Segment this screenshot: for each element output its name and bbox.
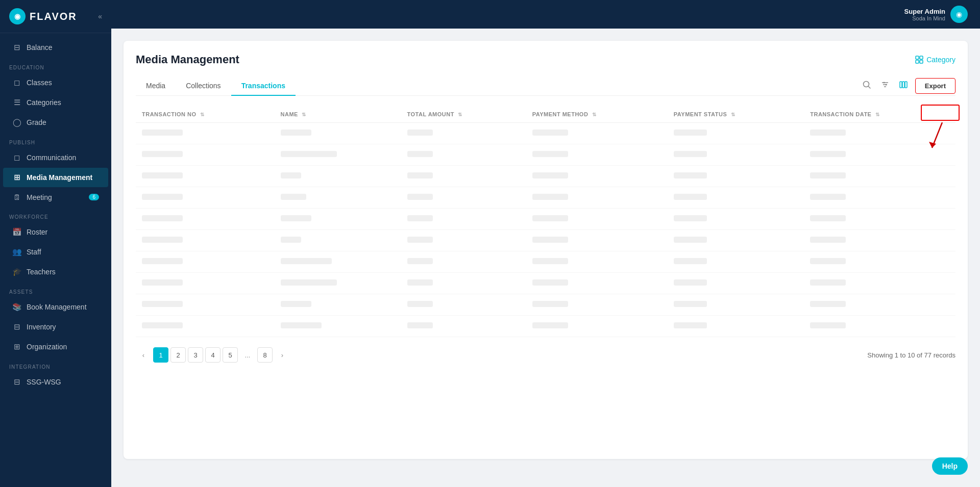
pagination: ‹ 1 2 3 4 5 ... 8 › [136,347,290,363]
sidebar-item-categories[interactable]: ☰ Categories [3,93,108,112]
sidebar-item-media-management[interactable]: ⊞ Media Management [3,168,108,187]
pagination-row: ‹ 1 2 3 4 5 ... 8 › Showing 1 to 10 of 7… [136,347,955,363]
teachers-icon: 🎓 [12,267,21,276]
sidebar-item-label: Teachers [27,268,56,276]
col-transaction-no[interactable]: TRANSACTION NO ⇅ [136,106,275,123]
sidebar-item-label: Book Management [27,303,87,311]
svg-rect-3 [920,60,923,63]
svg-point-9 [883,82,885,84]
sidebar-item-ssg-wsg[interactable]: ⊟ SSG-WSG [3,372,108,392]
page-btn-2[interactable]: 2 [170,347,186,363]
sidebar-item-communication[interactable]: ◻ Communication [3,148,108,167]
table-row[interactable] [136,187,955,209]
svg-point-10 [885,84,887,86]
sidebar-item-staff[interactable]: 👥 Staff [3,242,108,262]
section-label-workforce: WORKFORCE [0,207,111,222]
section-label-integration: INTEGRATION [0,357,111,372]
svg-rect-12 [902,82,904,88]
filter-icon [880,80,890,89]
pagination-ellipsis: ... [240,347,255,363]
sidebar-item-organization[interactable]: ⊞ Organization [3,337,108,356]
table-row[interactable] [136,294,955,316]
pagination-info: Showing 1 to 10 of 77 records [867,351,955,359]
prev-page-btn[interactable]: ‹ [136,347,151,363]
svg-rect-2 [916,60,919,63]
book-management-icon: 📚 [12,302,21,312]
meeting-icon: 🗓 [12,193,21,201]
transactions-table-wrap: TRANSACTION NO ⇅ NAME ⇅ TOTAL AMOUNT ⇅ P… [136,106,955,337]
svg-rect-1 [920,56,923,59]
search-icon [862,80,871,89]
sidebar-item-inventory[interactable]: ⊟ Inventory [3,317,108,337]
tabs-row: Media Collections Transactions [136,76,955,96]
sidebar-logo: ◉ FLAVOR « [0,0,111,33]
sidebar-item-label: SSG-WSG [27,378,61,386]
sidebar-item-label: Meeting [27,193,52,201]
content-area: Media Management Category Media Collecti… [111,29,980,487]
table-row[interactable] [136,273,955,294]
sidebar-collapse-btn[interactable]: « [98,12,102,20]
next-page-btn[interactable]: › [275,347,290,363]
category-icon [915,56,923,64]
classes-icon: ◻ [12,78,21,87]
page-btn-1[interactable]: 1 [153,347,168,363]
sidebar: ◉ FLAVOR « ⊟ Balance EDUCATION ◻ Classes… [0,0,111,487]
col-payment-method[interactable]: PAYMENT METHOD ⇅ [526,106,668,123]
sidebar-item-label: Grade [27,118,46,126]
tab-media[interactable]: Media [136,76,176,96]
col-total-amount[interactable]: TOTAL AMOUNT ⇅ [401,106,526,123]
table-row[interactable] [136,166,955,187]
columns-icon [899,80,908,89]
page-card: Media Management Category Media Collecti… [124,41,968,459]
logo-icon: ◉ [9,8,26,24]
table-row[interactable] [136,316,955,337]
table-row[interactable] [136,123,955,144]
topbar-user: Super Admin Soda In Mind ◉ [904,6,968,23]
sidebar-item-label: Balance [27,43,53,52]
table-row[interactable] [136,230,955,251]
media-management-icon: ⊞ [12,173,21,182]
columns-button[interactable] [897,78,910,94]
page-btn-8[interactable]: 8 [257,347,273,363]
search-button[interactable] [860,78,873,94]
col-name[interactable]: NAME ⇅ [275,106,401,123]
sidebar-item-label: Roster [27,228,47,236]
sidebar-item-balance[interactable]: ⊟ Balance [3,38,108,57]
sidebar-item-label: Inventory [27,323,56,331]
main-area: Super Admin Soda In Mind ◉ Media Managem… [111,0,980,487]
tab-collections[interactable]: Collections [176,76,231,96]
sidebar-item-grade[interactable]: ◯ Grade [3,113,108,132]
filter-button[interactable] [878,78,892,94]
svg-rect-13 [905,82,907,88]
tab-transactions[interactable]: Transactions [231,76,296,96]
transactions-table: TRANSACTION NO ⇅ NAME ⇅ TOTAL AMOUNT ⇅ P… [136,106,955,337]
category-button[interactable]: Category [915,56,955,64]
inventory-icon: ⊟ [12,322,21,331]
sidebar-item-label: Classes [27,79,52,87]
page-btn-4[interactable]: 4 [205,347,220,363]
company-name: Soda In Mind [904,15,945,21]
page-btn-5[interactable]: 5 [223,347,238,363]
staff-icon: 👥 [12,247,21,257]
table-row[interactable] [136,144,955,166]
table-row[interactable] [136,251,955,273]
help-button[interactable]: Help [932,457,968,475]
organization-icon: ⊞ [12,342,21,351]
sidebar-item-book-management[interactable]: 📚 Book Management [3,297,108,317]
sidebar-item-roster[interactable]: 📅 Roster [3,222,108,242]
page-btn-3[interactable]: 3 [188,347,203,363]
sidebar-item-label: Staff [27,248,41,256]
grade-icon: ◯ [12,118,21,127]
sidebar-item-classes[interactable]: ◻ Classes [3,73,108,92]
tabs: Media Collections Transactions [136,76,296,95]
sidebar-item-teachers[interactable]: 🎓 Teachers [3,262,108,281]
col-payment-status[interactable]: PAYMENT STATUS ⇅ [668,106,804,123]
svg-line-5 [868,87,870,89]
sidebar-item-meeting[interactable]: 🗓 Meeting 6 [3,188,108,207]
col-transaction-date[interactable]: TRANSACTION DATE ⇅ [804,106,955,123]
page-title: Media Management [136,53,239,66]
section-label-assets: ASSETS [0,282,111,297]
export-button[interactable]: Export [915,78,955,94]
sidebar-item-label: Media Management [27,173,92,182]
table-row[interactable] [136,209,955,230]
